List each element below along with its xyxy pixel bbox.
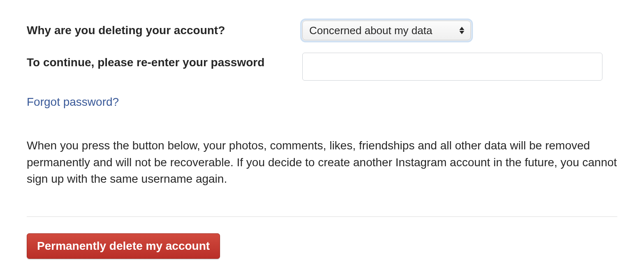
reason-select[interactable]: Concerned about my data [302, 21, 471, 40]
reason-select-wrap: Concerned about my data [302, 21, 471, 40]
reason-control-wrap: Concerned about my data [302, 21, 617, 40]
password-input[interactable] [302, 53, 602, 81]
forgot-password-link[interactable]: Forgot password? [27, 95, 119, 109]
reason-label: Why are you deleting your account? [27, 21, 302, 38]
permanently-delete-button[interactable]: Permanently delete my account [27, 233, 220, 259]
password-control-wrap [302, 53, 617, 81]
deletion-warning-text: When you press the button below, your ph… [27, 137, 617, 188]
password-label: To continue, please re-enter your passwo… [27, 53, 302, 70]
divider [27, 216, 617, 217]
password-row: To continue, please re-enter your passwo… [27, 53, 617, 81]
reason-row: Why are you deleting your account? Conce… [27, 21, 617, 40]
